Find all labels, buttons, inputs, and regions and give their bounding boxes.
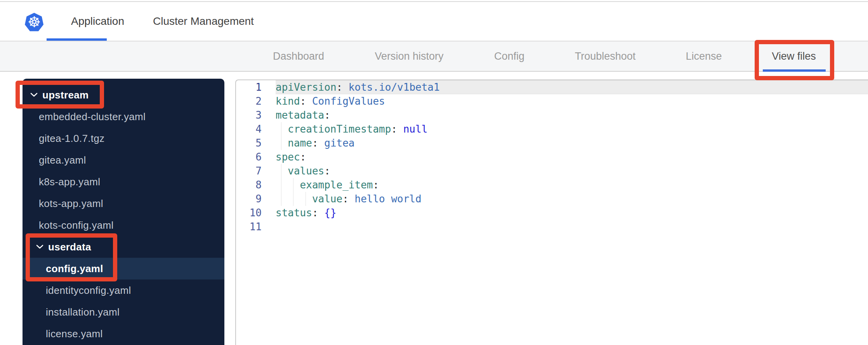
line-number: 3 — [236, 108, 276, 122]
line-number: 9 — [236, 192, 276, 206]
line-number: 1 — [236, 80, 276, 94]
tab-application[interactable]: Application — [71, 2, 124, 41]
tree-file-installation-yaml[interactable]: installation.yaml — [23, 301, 224, 323]
code-text: status: {} — [276, 206, 868, 220]
indent-guide — [288, 178, 300, 192]
yaml-file-viewer[interactable]: 1apiVersion: kots.io/v1beta12kind: Confi… — [235, 79, 868, 345]
file-tree-sidebar: upstreamembedded-cluster.yamlgitea-1.0.7… — [23, 79, 224, 345]
code-line-11: 11 — [236, 220, 868, 234]
indent-guide — [276, 136, 288, 150]
tree-item-label: embedded-cluster.yaml — [39, 111, 146, 123]
code-text: kind: ConfigValues — [276, 94, 868, 108]
code-text: name: gitea — [276, 136, 868, 150]
code-text — [276, 220, 868, 234]
kubernetes-logo-icon[interactable]: ☸ — [25, 13, 43, 32]
tree-item-label: installation.yaml — [46, 306, 120, 318]
tree-item-label: k8s-app.yaml — [39, 176, 100, 188]
tree-file-kots-config-yaml[interactable]: kots-config.yaml — [23, 214, 224, 236]
line-number: 6 — [236, 150, 276, 164]
tree-item-label: kots-config.yaml — [39, 219, 114, 231]
top-navigation-bar: ☸ Application Cluster Management — [0, 2, 868, 41]
line-number: 5 — [236, 136, 276, 150]
code-line-1: 1apiVersion: kots.io/v1beta1 — [236, 80, 868, 94]
line-number: 7 — [236, 164, 276, 178]
annotation-box-userdata-config — [26, 233, 117, 281]
code-line-7: 7values: — [236, 164, 868, 178]
code-line-9: 9value: hello world — [236, 192, 868, 206]
code-text: apiVersion: kots.io/v1beta1 — [276, 80, 868, 94]
indent-guide — [276, 122, 288, 136]
line-number: 2 — [236, 94, 276, 108]
code-text: metadata: — [276, 108, 868, 122]
tree-file-embedded-cluster-yaml[interactable]: embedded-cluster.yaml — [23, 106, 224, 128]
code-line-8: 8example_item: — [236, 178, 868, 192]
annotation-box-upstream — [16, 81, 104, 109]
tree-file-k8s-app-yaml[interactable]: k8s-app.yaml — [23, 171, 224, 193]
kots-admin-console: ☸ Application Cluster Management Dashboa… — [0, 0, 868, 345]
code-text: value: hello world — [276, 192, 868, 206]
line-number: 4 — [236, 122, 276, 136]
indent-guide — [276, 192, 288, 206]
code-text: example_item: — [276, 178, 868, 192]
subnav-tab-license[interactable]: License — [686, 41, 722, 71]
line-number: 10 — [236, 206, 276, 220]
tree-file-gitea-yaml[interactable]: gitea.yaml — [23, 149, 224, 171]
tree-file-identityconfig-yaml[interactable]: identityconfig.yaml — [23, 279, 224, 301]
code-line-10: 10status: {} — [236, 206, 868, 220]
subnav-tab-version-history[interactable]: Version history — [375, 41, 443, 71]
subnav-tab-troubleshoot[interactable]: Troubleshoot — [575, 41, 636, 71]
tree-item-label: gitea.yaml — [39, 154, 86, 166]
tree-item-label: identityconfig.yaml — [46, 285, 131, 297]
code-line-6: 6spec: — [236, 150, 868, 164]
svg-text:☸: ☸ — [28, 14, 41, 31]
code-line-5: 5name: gitea — [236, 136, 868, 150]
annotation-box-view-files — [755, 40, 834, 80]
subnav-tab-dashboard[interactable]: Dashboard — [273, 41, 324, 71]
code-line-4: 4creationTimestamp: null — [236, 122, 868, 136]
line-number: 11 — [236, 220, 276, 234]
line-number: 8 — [236, 178, 276, 192]
code-text: creationTimestamp: null — [276, 122, 868, 136]
indent-guide — [276, 164, 288, 178]
tree-file-gitea-1-0-7-tgz[interactable]: gitea-1.0.7.tgz — [23, 128, 224, 149]
indent-guide — [300, 192, 312, 206]
code-text: values: — [276, 164, 868, 178]
subnav-tab-config[interactable]: Config — [494, 41, 524, 71]
code-line-3: 3metadata: — [236, 108, 868, 122]
indent-guide — [276, 178, 288, 192]
tree-item-label: license.yaml — [46, 328, 103, 340]
tree-item-label: gitea-1.0.7.tgz — [39, 133, 104, 145]
tab-cluster-management[interactable]: Cluster Management — [153, 2, 254, 41]
tree-file-kots-app-yaml[interactable]: kots-app.yaml — [23, 193, 224, 214]
tree-item-label: kots-app.yaml — [39, 198, 103, 210]
code-text: spec: — [276, 150, 868, 164]
app-subnav-bar: DashboardVersion historyConfigTroublesho… — [0, 41, 868, 72]
indent-guide — [288, 192, 300, 206]
tree-file-license-yaml[interactable]: license.yaml — [23, 323, 224, 345]
code-line-2: 2kind: ConfigValues — [236, 94, 868, 108]
